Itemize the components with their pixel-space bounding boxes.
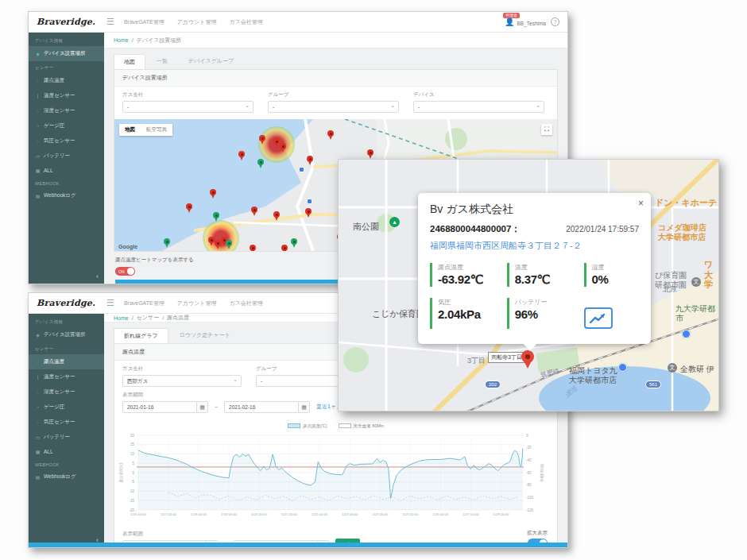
sidebar-item-temperature[interactable]: ❘温度センサー (29, 88, 104, 103)
gas-company-select[interactable]: 西部ガス (122, 375, 242, 387)
heatmap-toggle[interactable]: ON (115, 267, 135, 276)
svg-text:1/26 00:00: 1/26 00:00 (432, 512, 448, 516)
close-icon[interactable]: × (638, 198, 644, 209)
map-pin-green[interactable] (226, 240, 232, 246)
map-pin-red[interactable] (251, 207, 257, 213)
map-pin-red[interactable] (327, 130, 334, 137)
device-select[interactable]: - (413, 101, 544, 113)
address-link[interactable]: 福岡県福岡市西区周船寺３丁目２７-２ (430, 240, 639, 252)
svg-text:1/25 00:00: 1/25 00:00 (402, 512, 418, 516)
metric-humidity: 湿度 0% (584, 263, 639, 287)
fullscreen-icon[interactable]: ⛶ (541, 124, 552, 135)
calendar-icon[interactable]: ▦ (298, 402, 309, 412)
calendar-icon[interactable]: ▦ (196, 402, 207, 412)
breadcrumb-sensor[interactable]: センサー (137, 314, 160, 322)
map-pin-red[interactable] (250, 245, 256, 251)
sidebar-item-gauge[interactable]: ◔ゲージ圧 (29, 118, 104, 133)
sidebar-item-device-location[interactable]: ◈ デバイス設置場所 (29, 327, 104, 342)
map-pin-red[interactable] (186, 203, 192, 210)
map-pin-green[interactable] (164, 238, 170, 245)
breadcrumb-home[interactable]: Home (114, 315, 129, 321)
map-poi-blue[interactable] (307, 199, 312, 204)
map-pin-red[interactable] (273, 211, 280, 218)
date-from-input[interactable]: 2021-01-16 ▦ (122, 401, 208, 413)
sidebar-item-gauge[interactable]: ◔ゲージ圧 (29, 400, 104, 415)
sidebar-item-pressure[interactable]: ◦気圧センサー (29, 133, 104, 149)
sidebar-item-dewpoint[interactable]: ◦露点温度 (29, 73, 104, 88)
map-type-satellite-button[interactable]: 航空写真 (141, 124, 172, 136)
top-nav: BraveGATE管理 アカウント管理 ガス会社管理 (124, 18, 263, 26)
hamburger-icon[interactable]: ☰ (106, 298, 114, 308)
map-pin-red[interactable] (210, 189, 216, 195)
google-logo: Google (118, 244, 137, 249)
user-menu[interactable]: 管理者 👤 BB_Teshima (505, 18, 546, 26)
sidebar-item-device-location[interactable]: ◈ デバイス設置場所 (29, 46, 104, 61)
map-pin-red[interactable] (307, 156, 313, 162)
svg-text:-40: -40 (526, 458, 532, 462)
group-label: グループ (268, 91, 399, 98)
sidebar-item-all[interactable]: ▦ALL (29, 164, 104, 177)
nav-bravegate[interactable]: BraveGATE管理 (124, 18, 164, 26)
map-pin-green[interactable] (213, 212, 219, 218)
map-pin-red[interactable] (208, 237, 215, 243)
braveridge-logo: Braveridge. (37, 298, 95, 308)
date-to-input[interactable]: 2021-02-16 ▦ (224, 401, 310, 413)
svg-text:1/28 00:00: 1/28 00:00 (493, 512, 509, 516)
nav-gas-company[interactable]: ガス会社管理 (230, 299, 263, 307)
map-pin-red[interactable] (305, 208, 312, 214)
group-select[interactable]: - (268, 101, 399, 113)
nav-bravegate[interactable]: BraveGATE管理 (124, 299, 164, 307)
map-pin-green[interactable] (291, 238, 297, 245)
sidebar-collapse-icon[interactable]: ‹ (96, 272, 99, 280)
svg-text:RSSI(dBm): RSSI(dBm) (540, 464, 544, 482)
range-label: 表示範囲 (122, 531, 218, 538)
sidebar-item-all[interactable]: ▦ALL (29, 445, 104, 458)
sidebar-item-dewpoint[interactable]: ◦露点温度 (29, 354, 104, 369)
nav-account[interactable]: アカウント管理 (177, 299, 217, 307)
map-label-zenkyoken: 全教研 伊 (680, 365, 714, 374)
dewpoint-icon: ◦ (35, 79, 41, 83)
svg-text:-5: -5 (131, 480, 134, 484)
sidebar-item-temperature[interactable]: ❘温度センサー (29, 369, 104, 384)
map-pin-red[interactable] (259, 135, 265, 141)
sidebar-item-humidity[interactable]: ◦湿度センサー (29, 384, 104, 400)
map-pin-red[interactable] (280, 143, 286, 149)
help-icon[interactable]: ? (551, 17, 559, 26)
dewpoint-chart[interactable]: 1/16 00:001/17 00:001/18 00:001/19 00:00… (114, 431, 557, 527)
map-pin-green[interactable] (257, 159, 264, 165)
tab-list[interactable]: 一覧 (147, 54, 177, 69)
svg-text:1/16 00:00: 1/16 00:00 (130, 512, 146, 516)
hamburger-icon[interactable]: ☰ (106, 17, 114, 27)
map-type-map-button[interactable]: 地図 (119, 124, 141, 136)
popup-map[interactable]: 南公園 ▲ こじか保育園 文 3丁目 周船寺3丁目 ドン・キホーテ コメダ珈琲店… (338, 159, 719, 411)
route-202-shield: 202 (485, 380, 501, 388)
svg-text:15: 15 (130, 442, 135, 446)
map-pin-red[interactable] (215, 240, 221, 246)
chart-link-icon[interactable] (584, 307, 613, 329)
sidebar-item-battery[interactable]: ▭バッテリー (29, 430, 104, 445)
sidebar-item-humidity[interactable]: ◦湿度センサー (29, 103, 104, 118)
tab-map[interactable]: 地図 (114, 54, 145, 69)
sidebar-item-battery[interactable]: ▭バッテリー (29, 149, 104, 164)
map-pin-red[interactable] (281, 245, 288, 251)
nav-account[interactable]: アカウント管理 (177, 18, 217, 26)
tab-candlestick[interactable]: ロウソク足チャート (170, 328, 240, 343)
breadcrumb-home[interactable]: Home (114, 37, 129, 43)
selected-device-pin[interactable] (521, 350, 534, 363)
sidebar-section-webhook: WEBHOOK (29, 177, 104, 188)
map-pin-red[interactable] (273, 138, 280, 145)
map-pin-red[interactable] (238, 151, 245, 157)
map-pin-red[interactable] (367, 149, 374, 156)
sidebar-item-webhook-log[interactable]: ▤Webhookログ (29, 188, 104, 203)
tab-device-group[interactable]: デバイスグループ (179, 54, 243, 69)
sidebar-item-webhook-log[interactable]: ▤Webhookログ (29, 469, 104, 485)
nav-gas-company[interactable]: ガス会社管理 (230, 18, 263, 26)
gas-company-select[interactable]: - (122, 101, 254, 113)
sidebar-section-device: デバイス情報 (29, 34, 104, 46)
legend-discharge-swatch (339, 423, 351, 428)
tab-line-graph[interactable]: 折れ線グラフ (114, 328, 168, 343)
metric-grid: 露点温度 -63.92℃ 温度 8.37℃ 湿度 0% 気圧 2.04kPa バ… (430, 263, 639, 329)
timestamp: 2022/01/24 17:59:57 (566, 225, 639, 234)
sidebar-item-pressure[interactable]: ◦気圧センサー (29, 415, 104, 430)
map-poi-blue[interactable] (299, 167, 304, 172)
